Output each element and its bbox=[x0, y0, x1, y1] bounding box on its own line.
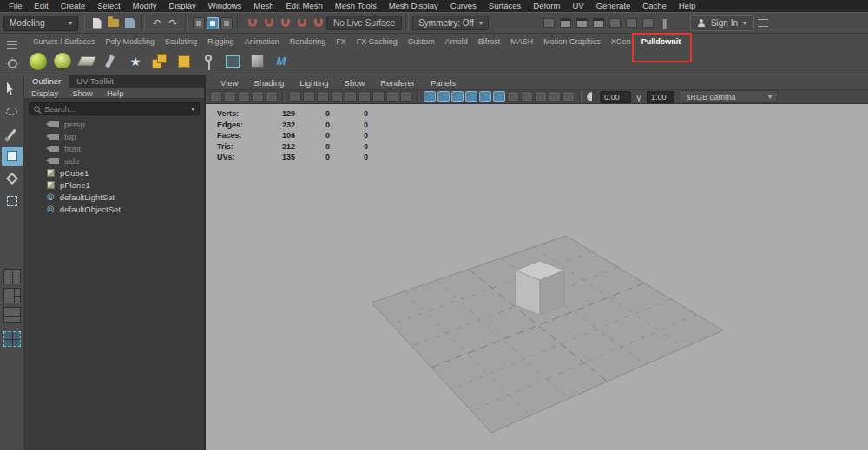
shelf-tab-mash[interactable]: MASH bbox=[505, 36, 538, 48]
poly-cube-icon[interactable] bbox=[173, 49, 195, 73]
shelf-gear-icon[interactable] bbox=[5, 56, 20, 71]
screen-space-ao-icon[interactable] bbox=[493, 91, 505, 102]
poly-sphere-icon[interactable] bbox=[27, 49, 49, 73]
snap-to-view-plane-icon[interactable] bbox=[294, 16, 309, 30]
wireframe-icon[interactable] bbox=[424, 91, 436, 102]
outliner-item-pcube1[interactable]: pCube1 bbox=[24, 166, 204, 179]
outliner-item-defaultlightset[interactable]: ◎ defaultLightSet bbox=[24, 191, 204, 203]
menu-display[interactable]: Display bbox=[163, 0, 202, 12]
layout-custom-button[interactable] bbox=[3, 331, 21, 347]
film-gate-icon[interactable] bbox=[331, 91, 343, 102]
undo-icon[interactable]: ↶ bbox=[149, 16, 164, 30]
layout-four-view-button[interactable] bbox=[3, 269, 21, 284]
construction-history-icon[interactable] bbox=[542, 16, 556, 30]
nurbs-sphere-icon[interactable] bbox=[51, 49, 74, 73]
shelf-tab-curves-surfaces[interactable]: Curves / Surfaces bbox=[28, 36, 101, 48]
shadows-icon[interactable] bbox=[479, 91, 491, 102]
outliner-item-defaultobjectset[interactable]: ◎ defaultObjectSet bbox=[24, 203, 204, 215]
gamma-icon[interactable]: γ bbox=[633, 91, 645, 102]
move-tool-button[interactable] bbox=[2, 147, 23, 166]
viewport-menu-shading[interactable]: Shading bbox=[246, 78, 292, 88]
viewport-menu-lighting[interactable]: Lighting bbox=[292, 78, 336, 88]
live-surface-field[interactable]: No Live Surface bbox=[326, 16, 402, 30]
open-scene-icon[interactable] bbox=[106, 16, 121, 30]
menu-mesh-tools[interactable]: Mesh Tools bbox=[329, 0, 383, 12]
chevron-down-icon[interactable]: ▾ bbox=[191, 106, 194, 113]
scene-canvas[interactable]: Verts: 129 0 0 Edges: 232 0 0 Faces: 106… bbox=[206, 104, 868, 450]
outliner-search-box[interactable]: ▾ bbox=[29, 102, 200, 115]
multi-cut-icon[interactable] bbox=[246, 49, 268, 73]
depth-of-field-icon[interactable] bbox=[535, 91, 547, 102]
mash-logo-icon[interactable]: M bbox=[270, 49, 293, 73]
resolution-gate-icon[interactable] bbox=[345, 91, 357, 102]
shelf-tab-arnold[interactable]: Arnold bbox=[440, 36, 473, 48]
shelf-tab-animation[interactable]: Animation bbox=[240, 36, 285, 48]
duplicate-cubes-icon[interactable] bbox=[148, 49, 171, 73]
tab-outliner[interactable]: Outliner bbox=[24, 75, 69, 88]
view-transform-dropdown[interactable]: sRGB gamma ▾ bbox=[681, 90, 778, 103]
shelf-tab-motion-graphics[interactable]: Motion Graphics bbox=[538, 36, 606, 48]
key-tool-icon[interactable] bbox=[197, 49, 220, 73]
gamma-field[interactable] bbox=[647, 91, 674, 103]
shelf-tab-rigging[interactable]: Rigging bbox=[202, 36, 240, 48]
menu-curves[interactable]: Curves bbox=[444, 0, 483, 12]
menu-select[interactable]: Select bbox=[91, 0, 126, 12]
safe-title-icon[interactable] bbox=[400, 91, 412, 102]
viewport-menu-panels[interactable]: Panels bbox=[423, 78, 464, 88]
paint-selection-tool-button[interactable] bbox=[2, 124, 23, 143]
field-chart-icon[interactable] bbox=[372, 91, 385, 102]
layout-persp-outliner-button[interactable] bbox=[3, 288, 21, 303]
shelf-tab-custom[interactable]: Custom bbox=[403, 36, 440, 48]
menu-help[interactable]: Help bbox=[673, 0, 702, 12]
outliner-item-pplane1[interactable]: pPlane1 bbox=[24, 179, 204, 191]
viewport-menu-renderer[interactable]: Renderer bbox=[372, 78, 423, 88]
2d-pan-zoom-icon[interactable] bbox=[289, 91, 301, 102]
poly-cube[interactable] bbox=[516, 261, 564, 315]
menu-surfaces[interactable]: Surfaces bbox=[483, 0, 528, 12]
exposure-icon[interactable] bbox=[586, 91, 598, 102]
menu-uv[interactable]: UV bbox=[566, 0, 589, 12]
menu-mesh-display[interactable]: Mesh Display bbox=[383, 0, 444, 12]
menu-edit[interactable]: Edit bbox=[28, 0, 54, 12]
poly-plane-icon[interactable] bbox=[76, 49, 98, 73]
pause-evaluation-icon[interactable]: ∥ bbox=[657, 16, 672, 30]
render-view-icon[interactable] bbox=[558, 16, 573, 30]
viewport-menu-show[interactable]: Show bbox=[337, 78, 373, 88]
search-input[interactable] bbox=[44, 105, 187, 114]
shaded-icon[interactable] bbox=[437, 91, 450, 102]
new-scene-icon[interactable] bbox=[89, 16, 104, 30]
textured-icon[interactable] bbox=[451, 91, 464, 102]
multisample-aa-icon[interactable] bbox=[521, 91, 533, 102]
bookmarks-icon[interactable] bbox=[252, 91, 264, 102]
redo-icon[interactable]: ↷ bbox=[166, 16, 181, 30]
sign-in-button[interactable]: Sign In ▾ bbox=[690, 15, 754, 31]
menu-set-selector[interactable]: Modeling ▾ bbox=[3, 16, 78, 31]
isolate-select-icon[interactable] bbox=[549, 91, 561, 102]
menu-windows[interactable]: Windows bbox=[202, 0, 248, 12]
menu-mesh[interactable]: Mesh bbox=[247, 0, 279, 12]
select-tool-button[interactable] bbox=[2, 79, 23, 98]
scale-tool-button[interactable] bbox=[2, 192, 23, 211]
outliner-menu-display[interactable]: Display bbox=[24, 88, 65, 98]
shelf-tab-fx-caching[interactable]: FX Caching bbox=[352, 36, 403, 48]
menu-create[interactable]: Create bbox=[55, 0, 92, 12]
motion-blur-icon[interactable] bbox=[507, 91, 519, 102]
shelf-tab-fx[interactable]: FX bbox=[331, 36, 352, 48]
select-by-object-icon[interactable] bbox=[207, 17, 219, 29]
grid-icon[interactable] bbox=[317, 91, 329, 102]
symmetry-dropdown[interactable]: Symmetry: Off ▾ bbox=[412, 16, 489, 30]
star-primitive-icon[interactable]: ★ bbox=[124, 49, 147, 73]
workspace-menu-icon[interactable] bbox=[755, 16, 770, 30]
image-plane-icon[interactable] bbox=[266, 91, 278, 102]
rotate-tool-button[interactable] bbox=[2, 169, 23, 188]
input-connections-icon[interactable] bbox=[624, 16, 639, 30]
select-by-hierarchy-icon[interactable] bbox=[193, 17, 205, 29]
gate-mask-icon[interactable] bbox=[358, 91, 371, 102]
lock-camera-icon[interactable] bbox=[224, 91, 236, 102]
outliner-menu-help[interactable]: Help bbox=[100, 88, 131, 98]
quad-draw-icon[interactable] bbox=[221, 49, 244, 73]
snap-to-grid-icon[interactable] bbox=[245, 16, 260, 30]
safe-action-icon[interactable] bbox=[386, 91, 398, 102]
output-connections-icon[interactable] bbox=[641, 16, 655, 30]
tab-uv-toolkit[interactable]: UV Toolkit bbox=[69, 75, 122, 88]
